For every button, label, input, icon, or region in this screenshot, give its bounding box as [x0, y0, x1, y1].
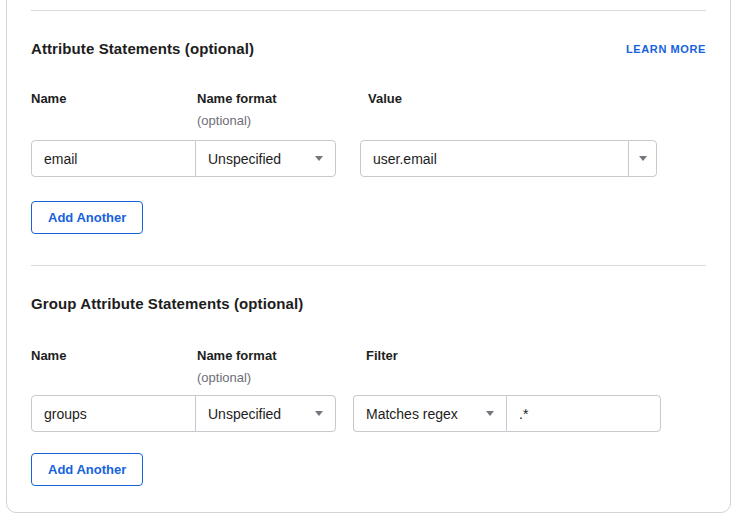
group-attribute-statements-header: Group Attribute Statements (optional) [31, 294, 706, 314]
attr-name-format-optional-label: (optional) [197, 110, 276, 132]
group-filter-column-label: Filter [366, 345, 398, 367]
group-name-format-select[interactable]: Unspecified [195, 395, 336, 432]
attr-name-format-selected-value: Unspecified [208, 151, 281, 167]
chevron-down-icon [486, 411, 494, 416]
attribute-statements-header: Attribute Statements (optional) LEARN MO… [31, 39, 706, 59]
group-filter-value-input[interactable] [506, 395, 661, 432]
attr-name-format-column-label: Name format (optional) [197, 88, 276, 132]
chevron-down-icon [639, 156, 647, 161]
attr-value-dropdown-button[interactable] [628, 140, 657, 177]
group-filter-combobox: Matches regex [353, 395, 661, 432]
group-filter-type-selected-value: Matches regex [366, 406, 458, 422]
group-row-name-format-group: Unspecified [31, 395, 336, 432]
learn-more-link[interactable]: LEARN MORE [626, 43, 706, 55]
chevron-down-icon [315, 411, 323, 416]
attr-name-column-label: Name [31, 88, 66, 110]
page-background: Attribute Statements (optional) LEARN MO… [0, 0, 737, 530]
saml-settings-card: Attribute Statements (optional) LEARN MO… [6, 0, 731, 513]
group-name-input[interactable] [31, 395, 196, 432]
group-filter-type-select[interactable]: Matches regex [353, 395, 506, 432]
group-name-format-optional-label: (optional) [197, 367, 276, 389]
chevron-down-icon [315, 156, 323, 161]
attr-add-another-button[interactable]: Add Another [31, 201, 143, 234]
attr-row-name-format-group: Unspecified [31, 140, 336, 177]
attr-name-format-select[interactable]: Unspecified [195, 140, 336, 177]
group-name-column-label: Name [31, 345, 66, 367]
attr-value-column-label: Value [368, 88, 402, 110]
group-attribute-statements-title: Group Attribute Statements (optional) [31, 294, 303, 314]
attr-value-combobox [360, 140, 657, 177]
group-add-another-button[interactable]: Add Another [31, 453, 143, 486]
attribute-statements-title: Attribute Statements (optional) [31, 39, 254, 59]
attr-value-input[interactable] [360, 140, 629, 177]
group-name-format-selected-value: Unspecified [208, 406, 281, 422]
top-divider [31, 10, 706, 11]
group-name-format-column-label: Name format (optional) [197, 345, 276, 389]
attr-name-input[interactable] [31, 140, 196, 177]
section-divider [31, 265, 706, 266]
